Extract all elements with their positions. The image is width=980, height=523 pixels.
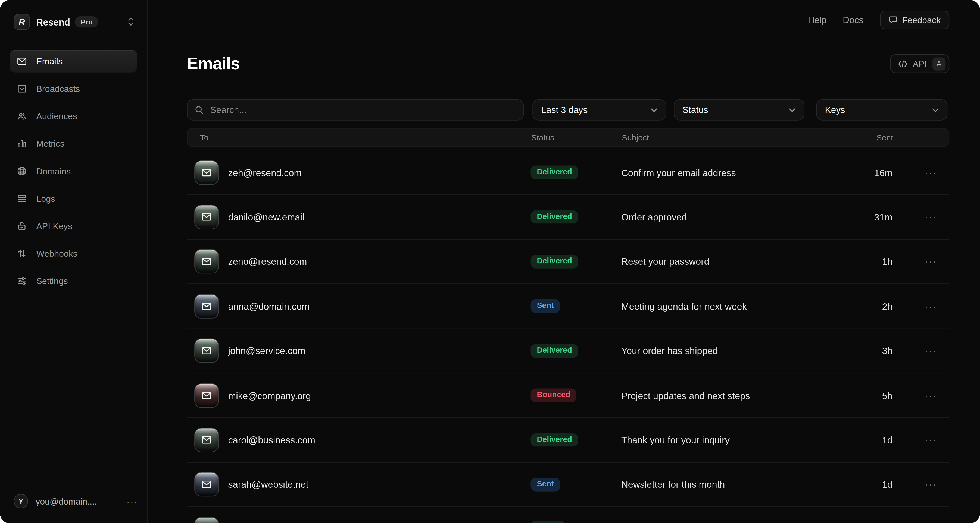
sidebar-item-label: Broadcasts — [36, 84, 80, 94]
to-cell: carol@business.com — [187, 428, 531, 452]
user-overflow-menu[interactable]: ··· — [127, 496, 138, 506]
status-cell: Delivered — [530, 344, 621, 358]
row-overflow-menu[interactable]: ··· — [892, 435, 948, 445]
status-select[interactable]: Status — [674, 99, 805, 120]
sidebar-item-domains[interactable]: Domains — [10, 160, 137, 182]
globe-icon — [17, 166, 27, 176]
table-row[interactable]: anna@domain.com Sent Meeting agenda for … — [187, 284, 950, 329]
to-cell: danilo@new.email — [187, 206, 531, 229]
search-icon — [195, 106, 204, 114]
main-content: Help Docs Feedback Emails API A Last 3 d… — [148, 0, 980, 523]
search-box[interactable] — [187, 99, 524, 120]
email-subject: Meeting agenda for next week — [621, 301, 836, 311]
keys-select[interactable]: Keys — [816, 99, 947, 120]
status-badge: Delivered — [530, 255, 578, 268]
user-menu[interactable]: Y you@domain.... ··· — [14, 490, 138, 512]
row-overflow-menu[interactable]: ··· — [892, 256, 948, 267]
sidebar-item-label: Metrics — [36, 139, 64, 149]
sidebar-item-emails[interactable]: Emails — [10, 50, 137, 73]
email-subject: Order approved — [621, 212, 836, 222]
table-row[interactable]: zeno@resend.com Delivered Reset your pas… — [187, 240, 950, 284]
email-subject: Reset your password — [621, 256, 836, 267]
recipient-email: mike@company.org — [228, 390, 311, 401]
sidebar-item-metrics[interactable]: Metrics — [10, 133, 137, 155]
to-cell: zeno@resend.com — [187, 250, 531, 273]
arrows-up-down-icon — [17, 249, 27, 258]
resend-logo: R — [14, 14, 30, 30]
sent-time: 31m — [836, 212, 892, 222]
sidebar-item-label: Domains — [36, 166, 71, 176]
table-row[interactable]: sarah@website.net Sent Newsletter for th… — [187, 463, 950, 507]
sidebar-item-label: Webhooks — [36, 249, 78, 258]
email-subject: Your order has shipped — [621, 345, 836, 356]
row-overflow-menu[interactable]: ··· — [892, 479, 948, 490]
envelope-icon — [201, 212, 212, 222]
sidebar-item-settings[interactable]: Settings — [10, 269, 137, 292]
users-icon — [17, 111, 27, 121]
code-icon — [899, 60, 908, 67]
date-range-select[interactable]: Last 3 days — [532, 99, 666, 120]
table-row[interactable] — [187, 507, 950, 523]
chat-bubble-icon — [888, 16, 897, 24]
help-link[interactable]: Help — [808, 15, 827, 25]
table-row[interactable]: zeh@resend.com Delivered Confirm your em… — [187, 151, 950, 195]
status-badge: Sent — [530, 300, 560, 313]
column-header-status: Status — [531, 133, 622, 142]
keyboard-shortcut-badge: A — [932, 57, 945, 70]
row-overflow-menu[interactable]: ··· — [892, 390, 948, 401]
workspace-switcher[interactable]: R Resend Pro — [0, 0, 147, 30]
sidebar-item-label: API Keys — [36, 221, 72, 231]
row-overflow-menu[interactable]: ··· — [892, 301, 948, 311]
status-badge: Delivered — [530, 344, 578, 358]
table-row[interactable]: john@service.com Delivered Your order ha… — [187, 329, 950, 373]
rows-icon — [17, 193, 27, 204]
sidebar-item-api-keys[interactable]: API Keys — [10, 215, 137, 237]
column-header-to: To — [188, 133, 531, 142]
sent-time: 3h — [836, 345, 892, 356]
user-email: you@domain.... — [36, 496, 97, 506]
status-badge — [530, 521, 566, 523]
table-row[interactable]: carol@business.com Delivered Thank you f… — [187, 418, 950, 463]
sidebar-item-audiences[interactable]: Audiences — [10, 105, 137, 127]
email-icon-tile — [195, 295, 218, 318]
table-row[interactable]: mike@company.org Bounced Project updates… — [187, 373, 950, 418]
status-badge: Delivered — [530, 433, 578, 447]
email-icon-tile — [195, 206, 218, 229]
sidebar-item-label: Emails — [36, 56, 62, 66]
sidebar-item-broadcasts[interactable]: Broadcasts — [10, 78, 137, 100]
email-subject: Project updates and next steps — [621, 390, 836, 401]
email-icon-tile — [195, 428, 218, 452]
sidebar-item-webhooks[interactable]: Webhooks — [10, 242, 137, 265]
email-icon-tile — [195, 384, 218, 407]
email-table-body: zeh@resend.com Delivered Confirm your em… — [187, 151, 950, 523]
search-input[interactable] — [209, 104, 515, 116]
envelope-icon — [201, 390, 212, 401]
column-header-subject: Subject — [622, 133, 837, 142]
feedback-label: Feedback — [902, 15, 940, 25]
table-row[interactable]: danilo@new.email Delivered Order approve… — [187, 195, 950, 239]
sidebar-item-logs[interactable]: Logs — [10, 187, 137, 210]
feedback-button[interactable]: Feedback — [880, 11, 949, 29]
sent-time: 1d — [836, 435, 892, 445]
sent-time: 5h — [836, 390, 892, 401]
envelope-icon — [201, 479, 212, 490]
row-overflow-menu[interactable]: ··· — [892, 212, 948, 222]
row-overflow-menu[interactable]: ··· — [892, 167, 948, 178]
chevron-down-icon — [651, 108, 657, 112]
status-cell: Sent — [530, 478, 621, 491]
chevron-up-down-icon[interactable] — [127, 17, 134, 29]
api-button[interactable]: API A — [890, 54, 950, 73]
status-cell: Delivered — [530, 166, 621, 179]
recipient-email: danilo@new.email — [228, 212, 304, 222]
sidebar-item-label: Audiences — [36, 111, 77, 121]
status-cell: Delivered — [530, 433, 621, 447]
email-icon-tile — [195, 518, 218, 523]
row-overflow-menu[interactable]: ··· — [892, 345, 948, 356]
status-cell: Bounced — [530, 388, 621, 402]
envelope-icon — [201, 301, 212, 311]
docs-link[interactable]: Docs — [843, 15, 864, 25]
email-subject: Newsletter for this month — [621, 479, 836, 490]
app-window: R Resend Pro Emails Broadcasts Audiences — [0, 0, 980, 523]
bar-chart-icon — [17, 139, 27, 149]
status-select-value: Status — [682, 105, 708, 115]
